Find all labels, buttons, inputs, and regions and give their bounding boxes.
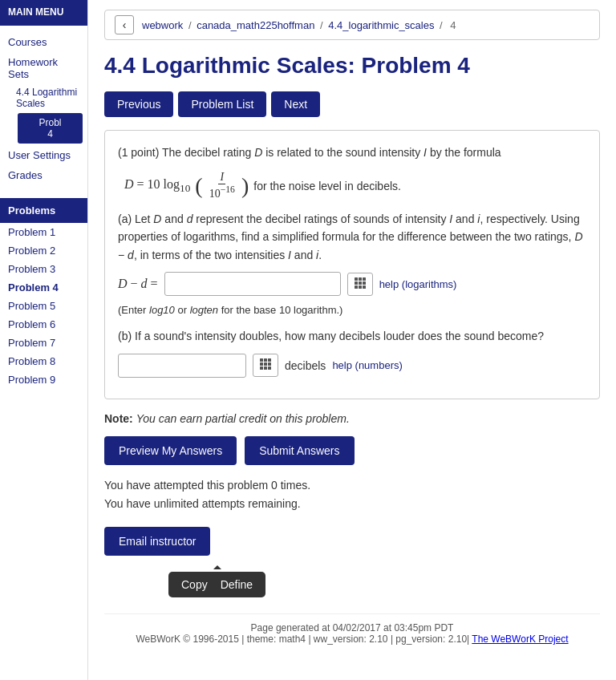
note-bold: Note:: [104, 412, 133, 425]
submit-button[interactable]: Submit Answers: [245, 436, 354, 465]
breadcrumb-sep-2: /: [320, 19, 326, 31]
svg-rect-3: [355, 281, 358, 285]
svg-rect-11: [268, 358, 271, 362]
svg-rect-16: [264, 366, 267, 370]
svg-rect-15: [260, 366, 263, 370]
part-b-label: (b) If a sound's intensity doubles, how …: [118, 327, 586, 345]
part-a-label: (a) Let D and d represent the decibel ra…: [118, 210, 586, 264]
sidebar-section-indent: 4.4 Logarithmi Scales Probl4: [0, 84, 87, 144]
sidebar-problem-7[interactable]: Problem 7: [0, 334, 87, 352]
sidebar-item-homework-sets[interactable]: Homework Sets: [0, 52, 87, 84]
nav-toolbar: Previous Problem List Next: [104, 91, 600, 117]
svg-rect-13: [264, 362, 267, 366]
attempts-line-2: You have unlimited attempts remaining.: [104, 495, 600, 514]
sidebar-problem-4[interactable]: Problem 4: [0, 278, 87, 297]
sidebar-active-page[interactable]: Probl4: [18, 113, 83, 144]
formula-suffix: for the noise level in decibels.: [253, 180, 401, 192]
breadcrumb-back-button[interactable]: ‹: [115, 15, 134, 34]
sidebar-problem-6[interactable]: Problem 6: [0, 315, 87, 334]
formula-paren-open: (: [195, 175, 202, 197]
svg-rect-4: [359, 281, 362, 285]
intro-text: (1 point) The decibel rating D is relate…: [118, 146, 501, 159]
footer: Page generated at 04/02/2017 at 03:45pm …: [104, 613, 600, 645]
eq-prefix-a: D − d =: [118, 277, 158, 291]
part-b: (b) If a sound's intensity doubles, how …: [118, 327, 586, 377]
attempts-line-1: You have attempted this problem 0 times.: [104, 476, 600, 496]
part-b-text: (b) If a sound's intensity doubles, how …: [118, 330, 544, 342]
problems-header-text: Problems: [8, 204, 55, 217]
main-content: ‹ webwork / canada_math225hoffman / 4.4_…: [88, 0, 616, 680]
note-section: Note: You can earn partial credit on thi…: [104, 412, 600, 425]
sidebar-problem-2[interactable]: Problem 2: [0, 241, 87, 260]
svg-rect-7: [359, 285, 362, 289]
email-instructor-button[interactable]: Email instructor: [104, 527, 210, 556]
preview-button[interactable]: Preview My Answers: [104, 436, 237, 465]
previous-button[interactable]: Previous: [104, 91, 173, 117]
breadcrumb-page: 4: [450, 19, 456, 31]
tooltip-define[interactable]: Define: [221, 578, 253, 591]
sidebar-item-44-log[interactable]: 4.4 Logarithmi Scales: [13, 84, 87, 111]
problems-list: Problem 1 Problem 2 Problem 3 Problem 4 …: [0, 223, 87, 389]
svg-rect-14: [268, 362, 271, 366]
svg-rect-12: [260, 362, 263, 366]
sidebar-problem-8[interactable]: Problem 8: [0, 352, 87, 370]
problem-intro: (1 point) The decibel rating D is relate…: [118, 144, 586, 161]
formula-fraction: I 10−16: [208, 171, 237, 200]
breadcrumb-webwork[interactable]: webwork: [142, 19, 183, 31]
sidebar-item-courses[interactable]: Courses: [0, 32, 87, 52]
formula-d-eq: D = 10 log10: [124, 177, 190, 195]
main-menu-header: MAIN MENU: [0, 0, 87, 26]
svg-rect-1: [359, 277, 362, 281]
tooltip-copy[interactable]: Copy: [181, 578, 208, 591]
menu-header-text: MAIN MENU: [8, 6, 63, 18]
breadcrumb-sep-3: /: [440, 19, 445, 31]
problem-list-button[interactable]: Problem List: [178, 91, 266, 117]
breadcrumb-section[interactable]: 4.4_logarithmic_scales: [328, 19, 434, 31]
sidebar-item-grades[interactable]: Grades: [0, 165, 87, 185]
svg-rect-8: [363, 285, 366, 289]
sidebar-problem-9[interactable]: Problem 9: [0, 370, 87, 389]
note-text: You can earn partial credit on this prob…: [136, 412, 350, 425]
footer-project-link[interactable]: The WeBWorK Project: [472, 633, 568, 645]
sidebar-problem-1[interactable]: Problem 1: [0, 223, 87, 241]
sidebar-problem-3[interactable]: Problem 3: [0, 260, 87, 278]
svg-rect-5: [363, 281, 366, 285]
sidebar-nav: Courses Homework Sets 4.4 Logarithmi Sca…: [0, 26, 87, 192]
page-title: 4.4 Logarithmic Scales: Problem 4: [104, 53, 600, 79]
problems-header: Problems: [0, 198, 87, 223]
problem-box: (1 point) The decibel rating D is relate…: [104, 130, 600, 399]
attempts-text: You have attempted this problem 0 times.…: [104, 476, 600, 515]
breadcrumb-sep-1: /: [188, 19, 194, 31]
formula-denom: 10−16: [208, 184, 237, 200]
formula-line: D = 10 log10 ( I 10−16 ) for the noise l…: [124, 171, 586, 200]
svg-rect-0: [355, 277, 358, 281]
sidebar-problem-5[interactable]: Problem 5: [0, 297, 87, 315]
svg-rect-6: [355, 285, 358, 289]
part-a-text: (a) Let D and d represent the decibel ra…: [118, 212, 583, 261]
submit-row: Preview My Answers Submit Answers: [104, 436, 600, 465]
breadcrumb-bar: ‹ webwork / canada_math225hoffman / 4.4_…: [104, 10, 600, 40]
answer-input-a[interactable]: [164, 272, 341, 296]
grid-button-a[interactable]: ​: [347, 273, 373, 296]
sidebar-item-user-settings[interactable]: User Settings: [0, 145, 87, 165]
grid-button-b[interactable]: [253, 354, 278, 377]
footer-copyright: WeBWorK © 1996-2015 | theme: math4 | ww_…: [104, 633, 600, 645]
svg-rect-10: [264, 358, 267, 362]
breadcrumb-text: webwork / canada_math225hoffman / 4.4_lo…: [142, 19, 459, 31]
decibels-label: decibels: [285, 359, 326, 372]
help-link-b[interactable]: help (numbers): [332, 359, 402, 371]
help-link-a[interactable]: help (logarithms): [379, 278, 457, 290]
next-button[interactable]: Next: [271, 91, 320, 117]
svg-rect-9: [260, 358, 263, 362]
answer-row-a: D − d = ​ help (logarithms): [118, 272, 586, 296]
svg-rect-2: [363, 277, 366, 281]
footer-generated: Page generated at 04/02/2017 at 03:45pm …: [104, 622, 600, 633]
svg-rect-17: [268, 366, 271, 370]
answer-input-b[interactable]: [118, 354, 246, 378]
sidebar: MAIN MENU Courses Homework Sets 4.4 Loga…: [0, 0, 88, 680]
formula-paren-close: ): [241, 175, 249, 197]
hint-text-a: (Enter log10 or logten for the base 10 l…: [118, 304, 586, 316]
email-section: Email instructor: [104, 527, 600, 572]
answer-row-b: decibels help (numbers): [118, 354, 586, 378]
breadcrumb-course[interactable]: canada_math225hoffman: [197, 19, 314, 31]
